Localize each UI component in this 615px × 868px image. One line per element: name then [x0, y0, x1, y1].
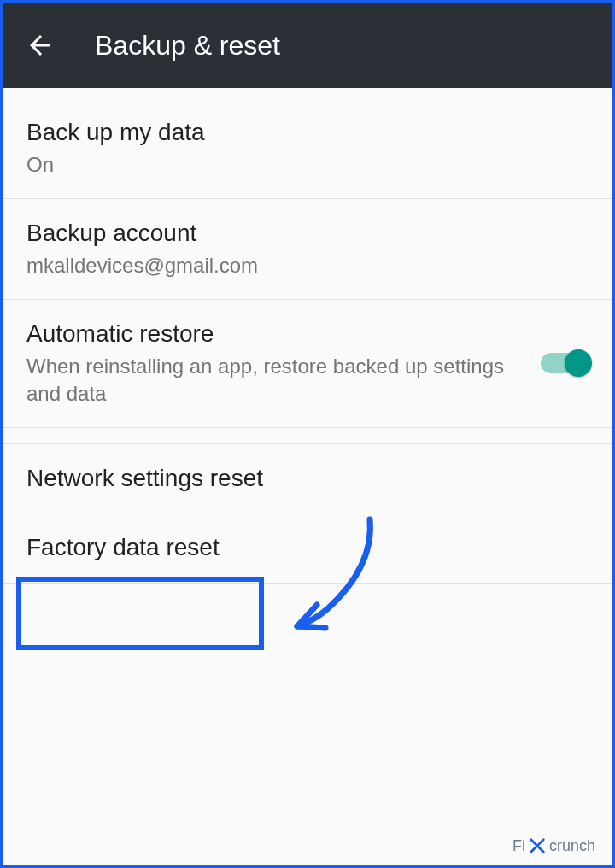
toggle-knob-icon: [565, 349, 592, 377]
section-spacer: [3, 428, 612, 443]
list-item-text: Backup account mkalldevices@gmail.com: [26, 218, 589, 280]
factory-data-reset-item[interactable]: Factory data reset: [3, 513, 612, 583]
item-title: Back up my data: [26, 117, 571, 148]
network-settings-reset-item[interactable]: Network settings reset: [3, 443, 612, 513]
arrow-back-icon: [25, 30, 56, 61]
annotation-highlight-box: [16, 577, 264, 650]
list-item-text: Automatic restore When reinstalling an a…: [26, 319, 541, 408]
backup-my-data-item[interactable]: Back up my data On: [3, 98, 612, 199]
app-header: Backup & reset: [3, 3, 612, 88]
watermark-prefix: Fi: [512, 837, 525, 855]
list-item-text: Back up my data On: [26, 117, 589, 179]
automatic-restore-item[interactable]: Automatic restore When reinstalling an a…: [3, 300, 612, 428]
item-title: Network settings reset: [26, 463, 571, 494]
back-button[interactable]: [20, 25, 61, 66]
item-subtitle: mkalldevices@gmail.com: [26, 252, 571, 279]
item-title: Automatic restore: [26, 319, 524, 349]
item-title: Factory data reset: [26, 532, 571, 563]
item-subtitle: On: [26, 151, 571, 179]
watermark: Fi crunch: [512, 836, 595, 855]
backup-account-item[interactable]: Backup account mkalldevices@gmail.com: [3, 199, 612, 300]
watermark-x-icon: [528, 836, 547, 855]
item-title: Backup account: [26, 218, 571, 249]
item-subtitle: When reinstalling an app, restore backed…: [26, 353, 524, 408]
settings-list: Back up my data On Backup account mkalld…: [3, 88, 612, 584]
list-item-text: Factory data reset: [26, 532, 589, 563]
watermark-suffix: crunch: [549, 837, 595, 855]
page-title: Backup & reset: [95, 30, 280, 62]
list-item-text: Network settings reset: [26, 463, 589, 494]
automatic-restore-toggle[interactable]: [541, 353, 589, 373]
